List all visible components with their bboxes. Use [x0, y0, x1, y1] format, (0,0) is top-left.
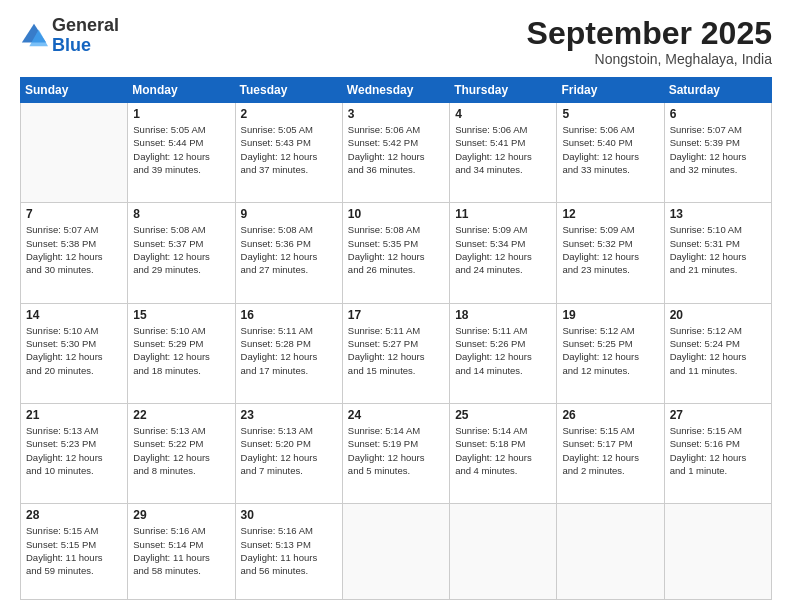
day-info: Sunrise: 5:09 AM Sunset: 5:34 PM Dayligh…: [455, 223, 551, 276]
day-number: 20: [670, 308, 766, 322]
table-row: 16Sunrise: 5:11 AM Sunset: 5:28 PM Dayli…: [235, 303, 342, 403]
table-row: 18Sunrise: 5:11 AM Sunset: 5:26 PM Dayli…: [450, 303, 557, 403]
table-row: 12Sunrise: 5:09 AM Sunset: 5:32 PM Dayli…: [557, 203, 664, 303]
table-row: [664, 504, 771, 600]
table-row: 1Sunrise: 5:05 AM Sunset: 5:44 PM Daylig…: [128, 103, 235, 203]
col-wednesday: Wednesday: [342, 78, 449, 103]
table-row: 25Sunrise: 5:14 AM Sunset: 5:18 PM Dayli…: [450, 404, 557, 504]
table-row: 30Sunrise: 5:16 AM Sunset: 5:13 PM Dayli…: [235, 504, 342, 600]
day-number: 13: [670, 207, 766, 221]
col-friday: Friday: [557, 78, 664, 103]
day-info: Sunrise: 5:16 AM Sunset: 5:13 PM Dayligh…: [241, 524, 337, 577]
day-info: Sunrise: 5:15 AM Sunset: 5:15 PM Dayligh…: [26, 524, 122, 577]
table-row: 17Sunrise: 5:11 AM Sunset: 5:27 PM Dayli…: [342, 303, 449, 403]
table-row: 4Sunrise: 5:06 AM Sunset: 5:41 PM Daylig…: [450, 103, 557, 203]
table-row: 21Sunrise: 5:13 AM Sunset: 5:23 PM Dayli…: [21, 404, 128, 504]
day-number: 28: [26, 508, 122, 522]
header: General Blue September 2025 Nongstoin, M…: [20, 16, 772, 67]
logo-icon: [20, 22, 48, 50]
day-number: 18: [455, 308, 551, 322]
logo-general-text: General: [52, 15, 119, 35]
table-row: 22Sunrise: 5:13 AM Sunset: 5:22 PM Dayli…: [128, 404, 235, 504]
day-info: Sunrise: 5:15 AM Sunset: 5:17 PM Dayligh…: [562, 424, 658, 477]
day-number: 25: [455, 408, 551, 422]
day-info: Sunrise: 5:12 AM Sunset: 5:25 PM Dayligh…: [562, 324, 658, 377]
logo-text: General Blue: [52, 16, 119, 56]
table-row: [557, 504, 664, 600]
day-info: Sunrise: 5:11 AM Sunset: 5:27 PM Dayligh…: [348, 324, 444, 377]
day-info: Sunrise: 5:08 AM Sunset: 5:36 PM Dayligh…: [241, 223, 337, 276]
table-row: 9Sunrise: 5:08 AM Sunset: 5:36 PM Daylig…: [235, 203, 342, 303]
day-number: 11: [455, 207, 551, 221]
day-info: Sunrise: 5:06 AM Sunset: 5:42 PM Dayligh…: [348, 123, 444, 176]
day-number: 2: [241, 107, 337, 121]
logo-blue-text: Blue: [52, 35, 91, 55]
table-row: [342, 504, 449, 600]
calendar-header-row: Sunday Monday Tuesday Wednesday Thursday…: [21, 78, 772, 103]
day-number: 5: [562, 107, 658, 121]
table-row: 24Sunrise: 5:14 AM Sunset: 5:19 PM Dayli…: [342, 404, 449, 504]
table-row: 8Sunrise: 5:08 AM Sunset: 5:37 PM Daylig…: [128, 203, 235, 303]
day-info: Sunrise: 5:08 AM Sunset: 5:35 PM Dayligh…: [348, 223, 444, 276]
table-row: 20Sunrise: 5:12 AM Sunset: 5:24 PM Dayli…: [664, 303, 771, 403]
table-row: 26Sunrise: 5:15 AM Sunset: 5:17 PM Dayli…: [557, 404, 664, 504]
day-number: 26: [562, 408, 658, 422]
table-row: [450, 504, 557, 600]
day-number: 12: [562, 207, 658, 221]
col-sunday: Sunday: [21, 78, 128, 103]
day-number: 17: [348, 308, 444, 322]
table-row: 10Sunrise: 5:08 AM Sunset: 5:35 PM Dayli…: [342, 203, 449, 303]
day-number: 22: [133, 408, 229, 422]
day-info: Sunrise: 5:09 AM Sunset: 5:32 PM Dayligh…: [562, 223, 658, 276]
day-info: Sunrise: 5:07 AM Sunset: 5:38 PM Dayligh…: [26, 223, 122, 276]
col-saturday: Saturday: [664, 78, 771, 103]
day-info: Sunrise: 5:10 AM Sunset: 5:31 PM Dayligh…: [670, 223, 766, 276]
table-row: 2Sunrise: 5:05 AM Sunset: 5:43 PM Daylig…: [235, 103, 342, 203]
day-number: 23: [241, 408, 337, 422]
table-row: 27Sunrise: 5:15 AM Sunset: 5:16 PM Dayli…: [664, 404, 771, 504]
table-row: [21, 103, 128, 203]
day-info: Sunrise: 5:11 AM Sunset: 5:26 PM Dayligh…: [455, 324, 551, 377]
table-row: 11Sunrise: 5:09 AM Sunset: 5:34 PM Dayli…: [450, 203, 557, 303]
day-number: 6: [670, 107, 766, 121]
day-number: 8: [133, 207, 229, 221]
day-number: 27: [670, 408, 766, 422]
location-subtitle: Nongstoin, Meghalaya, India: [527, 51, 772, 67]
day-info: Sunrise: 5:14 AM Sunset: 5:19 PM Dayligh…: [348, 424, 444, 477]
table-row: 13Sunrise: 5:10 AM Sunset: 5:31 PM Dayli…: [664, 203, 771, 303]
day-number: 16: [241, 308, 337, 322]
day-number: 21: [26, 408, 122, 422]
col-tuesday: Tuesday: [235, 78, 342, 103]
day-info: Sunrise: 5:11 AM Sunset: 5:28 PM Dayligh…: [241, 324, 337, 377]
day-number: 29: [133, 508, 229, 522]
day-info: Sunrise: 5:05 AM Sunset: 5:44 PM Dayligh…: [133, 123, 229, 176]
day-info: Sunrise: 5:13 AM Sunset: 5:20 PM Dayligh…: [241, 424, 337, 477]
day-info: Sunrise: 5:13 AM Sunset: 5:22 PM Dayligh…: [133, 424, 229, 477]
col-thursday: Thursday: [450, 78, 557, 103]
table-row: 15Sunrise: 5:10 AM Sunset: 5:29 PM Dayli…: [128, 303, 235, 403]
logo: General Blue: [20, 16, 119, 56]
table-row: 3Sunrise: 5:06 AM Sunset: 5:42 PM Daylig…: [342, 103, 449, 203]
day-number: 10: [348, 207, 444, 221]
day-number: 30: [241, 508, 337, 522]
day-number: 7: [26, 207, 122, 221]
day-number: 4: [455, 107, 551, 121]
day-info: Sunrise: 5:06 AM Sunset: 5:40 PM Dayligh…: [562, 123, 658, 176]
day-number: 3: [348, 107, 444, 121]
calendar-table: Sunday Monday Tuesday Wednesday Thursday…: [20, 77, 772, 600]
table-row: 7Sunrise: 5:07 AM Sunset: 5:38 PM Daylig…: [21, 203, 128, 303]
day-info: Sunrise: 5:10 AM Sunset: 5:29 PM Dayligh…: [133, 324, 229, 377]
day-info: Sunrise: 5:16 AM Sunset: 5:14 PM Dayligh…: [133, 524, 229, 577]
table-row: 19Sunrise: 5:12 AM Sunset: 5:25 PM Dayli…: [557, 303, 664, 403]
day-info: Sunrise: 5:14 AM Sunset: 5:18 PM Dayligh…: [455, 424, 551, 477]
table-row: 23Sunrise: 5:13 AM Sunset: 5:20 PM Dayli…: [235, 404, 342, 504]
day-info: Sunrise: 5:05 AM Sunset: 5:43 PM Dayligh…: [241, 123, 337, 176]
day-number: 9: [241, 207, 337, 221]
col-monday: Monday: [128, 78, 235, 103]
table-row: 5Sunrise: 5:06 AM Sunset: 5:40 PM Daylig…: [557, 103, 664, 203]
month-title: September 2025: [527, 16, 772, 51]
day-info: Sunrise: 5:13 AM Sunset: 5:23 PM Dayligh…: [26, 424, 122, 477]
table-row: 29Sunrise: 5:16 AM Sunset: 5:14 PM Dayli…: [128, 504, 235, 600]
day-info: Sunrise: 5:07 AM Sunset: 5:39 PM Dayligh…: [670, 123, 766, 176]
day-info: Sunrise: 5:08 AM Sunset: 5:37 PM Dayligh…: [133, 223, 229, 276]
